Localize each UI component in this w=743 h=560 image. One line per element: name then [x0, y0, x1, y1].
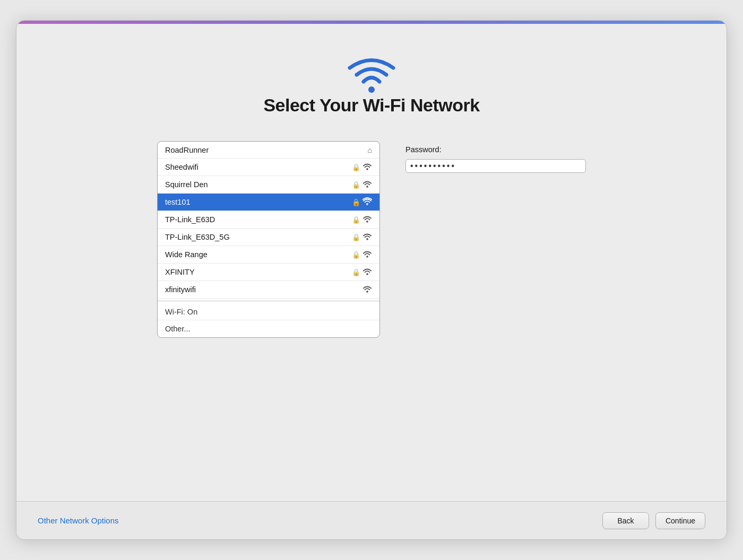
signal-icon: [362, 215, 372, 224]
center-area: RoadRunner ⌂ Sheedwifi 🔒: [157, 141, 586, 338]
svg-point-0: [368, 86, 375, 93]
back-button[interactable]: Back: [602, 512, 649, 529]
svg-point-6: [366, 256, 368, 258]
svg-point-3: [366, 203, 368, 205]
lock-icon: 🔒: [352, 268, 360, 276]
main-content: Select Your Wi-Fi Network RoadRunner ⌂ S…: [16, 21, 727, 501]
wifi-icon: [345, 52, 398, 95]
signal-icon: [362, 232, 372, 242]
network-item-roadrunner[interactable]: RoadRunner ⌂: [158, 142, 379, 159]
network-item-sheedwifi[interactable]: Sheedwifi 🔒: [158, 159, 379, 176]
signal-icon: [362, 197, 372, 207]
bottom-bar: Other Network Options Back Continue: [16, 501, 727, 539]
lock-icon: 🔒: [352, 163, 360, 171]
signal-icon: [362, 162, 372, 172]
signal-icon: [362, 267, 372, 277]
password-label: Password:: [405, 145, 586, 154]
continue-button[interactable]: Continue: [655, 512, 705, 529]
lock-icon: 🔒: [352, 181, 360, 189]
signal-icon: ⌂: [368, 146, 372, 154]
password-input[interactable]: [405, 159, 586, 173]
network-item-tplink-e63d[interactable]: TP-Link_E63D 🔒: [158, 211, 379, 229]
lock-icon: 🔒: [352, 198, 360, 206]
page-title: Select Your Wi-Fi Network: [263, 95, 479, 116]
lock-icon: 🔒: [352, 251, 360, 259]
lock-icon: 🔒: [352, 233, 360, 241]
signal-icon: [362, 180, 372, 189]
lock-icon: 🔒: [352, 216, 360, 224]
main-window: Select Your Wi-Fi Network RoadRunner ⌂ S…: [16, 20, 727, 540]
bottom-buttons: Back Continue: [602, 512, 705, 529]
network-item-xfinity[interactable]: XFINITY 🔒: [158, 264, 379, 281]
signal-icon: [362, 285, 372, 294]
network-item-tplink-e63d-5g[interactable]: TP-Link_E63D_5G 🔒: [158, 229, 379, 246]
network-item-wide-range[interactable]: Wide Range 🔒: [158, 246, 379, 264]
password-area: Password:: [405, 141, 586, 173]
network-item-test101[interactable]: test101 🔒: [158, 194, 379, 211]
svg-point-2: [366, 186, 368, 188]
network-list: RoadRunner ⌂ Sheedwifi 🔒: [157, 141, 380, 338]
other-network-item[interactable]: Other...: [158, 320, 379, 337]
signal-icon: [362, 250, 372, 259]
svg-point-7: [366, 273, 368, 275]
network-item-xfinitywifi[interactable]: xfinitywifi: [158, 281, 379, 299]
other-network-options-link[interactable]: Other Network Options: [38, 516, 119, 525]
svg-point-5: [366, 238, 368, 240]
wifi-status-item[interactable]: Wi-Fi: On: [158, 303, 379, 320]
svg-point-1: [366, 168, 368, 170]
svg-point-8: [366, 291, 368, 293]
network-item-squirrel-den[interactable]: Squirrel Den 🔒: [158, 176, 379, 194]
list-divider: [158, 301, 379, 301]
svg-point-4: [366, 221, 368, 223]
